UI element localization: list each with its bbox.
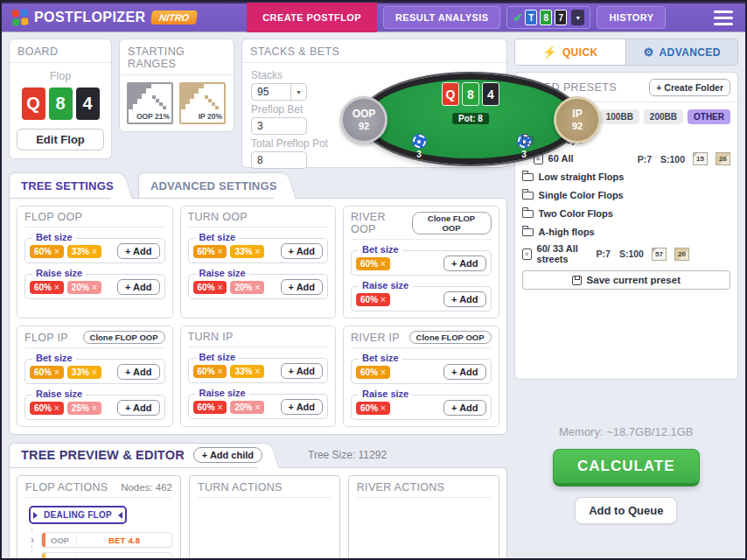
raise-size-chip[interactable]: 60%×	[356, 402, 390, 415]
ip-range-label: IP 20%	[199, 112, 222, 121]
remove-chip-icon[interactable]: ×	[92, 247, 97, 256]
add-raise-size-button[interactable]: + Add	[281, 399, 323, 415]
oop-player-seat: OOP 92	[340, 96, 387, 144]
raise-size-chip[interactable]: 25%×	[67, 402, 101, 415]
folder-row-low-straight-flops[interactable]: Low straight Flops	[522, 168, 730, 186]
tag-other[interactable]: OTHER	[688, 109, 730, 124]
bet-size-chip[interactable]: 60%×	[30, 245, 64, 258]
calculate-button[interactable]: CALCULATE	[553, 449, 700, 486]
bet-size-chip[interactable]: 60%×	[356, 257, 390, 270]
add-raise-size-button[interactable]: + Add	[281, 279, 323, 295]
street-panel-river-ip: RIVER IPClone FLOP OOP Bet size 60%× + A…	[343, 326, 499, 427]
bet-size-chip[interactable]: 33%×	[230, 365, 264, 378]
poker-chip-icon	[413, 135, 426, 148]
bet-size-chip[interactable]: 60%×	[193, 365, 227, 378]
tab-advanced-settings[interactable]: ADVANCED SETTINGS	[138, 172, 281, 198]
folder-row-two-color-flops[interactable]: Two Color Flops	[522, 205, 730, 223]
clone-flop-oop-button[interactable]: Clone FLOP OOP	[83, 331, 165, 344]
remove-chip-icon[interactable]: ×	[380, 259, 386, 269]
add-bet-size-button[interactable]: + Add	[281, 243, 323, 259]
remove-chip-icon[interactable]: ×	[380, 403, 386, 413]
total-pot-input[interactable]	[251, 151, 307, 169]
raise-size-chip[interactable]: 60%×	[193, 401, 227, 414]
tree-preview-tab: TREE PREVIEW & EDITOR + Add child	[9, 443, 264, 467]
remove-chip-icon[interactable]: ×	[255, 402, 260, 412]
tag-100bb[interactable]: 100BB	[600, 109, 639, 124]
add-raise-size-button[interactable]: + Add	[117, 400, 159, 416]
dealing-flop-node[interactable]: DEALING FLOP	[29, 506, 127, 524]
create-postflop-button[interactable]: CREATE POSTFLOP	[247, 3, 377, 32]
remove-chip-icon[interactable]: ×	[380, 295, 386, 304]
remove-chip-icon[interactable]: ×	[54, 368, 59, 377]
remove-chip-icon[interactable]: ×	[54, 403, 59, 413]
stacks-label: Stacks	[251, 69, 335, 81]
edit-flop-button[interactable]: Edit Flop	[17, 129, 104, 150]
result-analysis-button[interactable]: RESULT ANALYSIS	[383, 6, 500, 29]
chevron-right-icon[interactable]: ›	[27, 554, 38, 558]
preset-doc-icon: ≡	[522, 248, 532, 260]
tree-node-bet-4-8[interactable]: › OOPBET 4.8	[27, 532, 172, 548]
folder-row-single-color-flops[interactable]: Single Color Flops	[522, 186, 730, 205]
preflop-bet-input[interactable]	[251, 117, 307, 135]
remove-chip-icon[interactable]: ×	[54, 283, 59, 292]
tab-tree-settings[interactable]: TREE SETTINGS	[9, 172, 117, 198]
create-folder-button[interactable]: + Create Folder	[649, 79, 730, 96]
total-pot-label: Total Preflop Pot	[251, 137, 335, 150]
caret-down-icon[interactable]: ▾	[571, 10, 584, 25]
remove-chip-icon[interactable]: ×	[92, 283, 97, 292]
bet-size-chip[interactable]: 33%×	[67, 366, 101, 379]
add-bet-size-button[interactable]: + Add	[117, 364, 159, 380]
chevron-right-icon[interactable]: ›	[27, 534, 38, 546]
tree-size-label: Tree Size: 11292	[308, 449, 387, 461]
remove-chip-icon[interactable]: ×	[255, 283, 260, 292]
quick-mode-tab[interactable]: ⚡ QUICK	[515, 39, 626, 65]
bet-size-chip[interactable]: 60%×	[356, 366, 390, 379]
raise-size-chip[interactable]: 60%×	[30, 281, 64, 294]
bet-size-chip[interactable]: 60%×	[30, 366, 64, 379]
remove-chip-icon[interactable]: ×	[218, 283, 223, 292]
add-bet-size-button[interactable]: + Add	[117, 243, 159, 259]
add-bet-size-button[interactable]: + Add	[443, 256, 485, 271]
preset-row-60-33-all-streets[interactable]: ≡ 60/ 33 All streets P:7 S:100 57 20	[522, 243, 730, 264]
raise-size-chip[interactable]: 20%×	[67, 281, 101, 294]
add-child-button[interactable]: + Add child	[193, 447, 262, 463]
stacks-select[interactable]: 95 ▾	[251, 83, 307, 101]
raise-size-chip[interactable]: 60%×	[30, 402, 64, 415]
tag-200bb[interactable]: 200BB	[644, 109, 683, 124]
remove-chip-icon[interactable]: ×	[92, 368, 97, 377]
add-to-queue-button[interactable]: Add to Queue	[575, 497, 677, 524]
ip-range-thumbnail[interactable]: IP 20%	[179, 82, 226, 124]
add-raise-size-button[interactable]: + Add	[117, 279, 159, 295]
add-bet-size-button[interactable]: + Add	[443, 364, 485, 380]
raise-size-chip[interactable]: 20%×	[230, 401, 264, 414]
clone-flop-oop-button[interactable]: Clone FLOP OOP	[409, 331, 492, 344]
remove-chip-icon[interactable]: ×	[54, 247, 59, 256]
bet-size-chip[interactable]: 60%×	[193, 245, 227, 258]
advanced-mode-tab[interactable]: ⚙ ADVANCED	[625, 39, 737, 65]
history-button[interactable]: HISTORY	[597, 6, 666, 29]
raise-size-chip[interactable]: 60%×	[356, 293, 390, 306]
save-current-preset-button[interactable]: Save current preset	[522, 270, 730, 290]
remove-chip-icon[interactable]: ×	[92, 403, 97, 413]
remove-chip-icon[interactable]: ×	[380, 368, 386, 377]
board-card-selector[interactable]: ✔ T 8 7 ▾	[506, 6, 590, 29]
remove-chip-icon[interactable]: ×	[255, 247, 260, 256]
add-raise-size-button[interactable]: + Add	[443, 291, 485, 307]
add-raise-size-button[interactable]: + Add	[443, 400, 485, 416]
oop-range-thumbnail[interactable]: OOP 21%	[127, 82, 173, 124]
clone-flop-oop-button[interactable]: Clone FLOP OOP	[412, 212, 492, 234]
remove-chip-icon[interactable]: ×	[218, 247, 223, 256]
app-window: POSTFLOPIZER NITRO CREATE POSTFLOP RESUL…	[0, 0, 747, 560]
raise-size-chip[interactable]: 60%×	[193, 281, 227, 294]
remove-chip-icon[interactable]: ×	[255, 367, 260, 376]
preset-row-60-all[interactable]: ≡ 60 All P:7 S:100 15 26	[534, 150, 730, 168]
bet-size-chip[interactable]: 33%×	[230, 245, 264, 258]
add-bet-size-button[interactable]: + Add	[281, 363, 323, 379]
remove-chip-icon[interactable]: ×	[218, 367, 223, 376]
tree-node-bet-2-6[interactable]: › OOPBET 2.6	[27, 552, 172, 558]
raise-size-chip[interactable]: 20%×	[230, 281, 264, 294]
folder-row-a-high-flops[interactable]: A-high flops	[522, 223, 730, 242]
bet-size-chip[interactable]: 33%×	[67, 245, 101, 258]
remove-chip-icon[interactable]: ×	[218, 402, 223, 412]
menu-icon[interactable]	[714, 10, 733, 25]
